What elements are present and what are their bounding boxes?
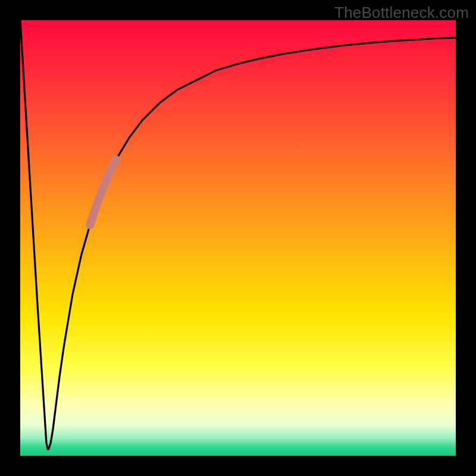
- chart-container: TheBottleneck.com: [0, 0, 476, 476]
- attribution-text: TheBottleneck.com: [334, 4, 469, 22]
- plot-background-gradient: [20, 20, 456, 456]
